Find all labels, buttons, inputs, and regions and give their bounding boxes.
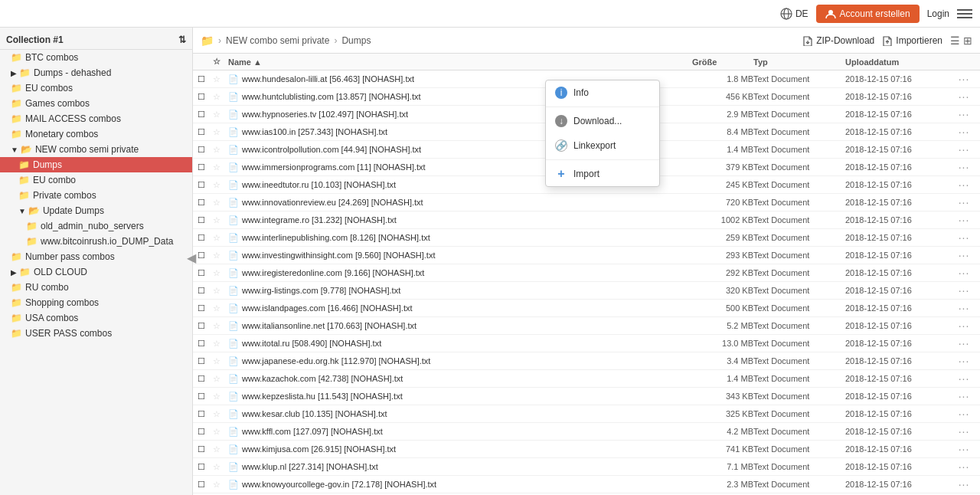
login-button[interactable]: Login	[927, 8, 949, 19]
context-menu-import[interactable]: + Import	[546, 162, 659, 186]
row-checkbox[interactable]: ☐	[198, 427, 213, 437]
row-star[interactable]: ☆	[213, 480, 228, 490]
row-more-button[interactable]: ···	[952, 302, 975, 314]
sidebar-item-usa-combos[interactable]: 📁 USA combos	[0, 310, 192, 326]
row-more-button[interactable]: ···	[952, 108, 975, 120]
row-star[interactable]: ☆	[213, 339, 228, 349]
row-star[interactable]: ☆	[213, 286, 228, 296]
language-selector[interactable]: DE	[780, 8, 808, 20]
row-checkbox[interactable]: ☐	[198, 180, 213, 190]
breadcrumb-part2[interactable]: Dumps	[341, 35, 371, 46]
breadcrumb-part1[interactable]: NEW combo semi private	[226, 35, 329, 46]
table-row[interactable]: ☐ ☆ 📄www.interlinepublishing.com [8.126]…	[193, 229, 980, 247]
row-more-button[interactable]: ···	[952, 443, 975, 455]
row-star[interactable]: ☆	[213, 145, 228, 155]
row-star[interactable]: ☆	[213, 127, 228, 137]
row-checkbox[interactable]: ☐	[198, 74, 213, 84]
row-star[interactable]: ☆	[213, 303, 228, 313]
row-checkbox[interactable]: ☐	[198, 480, 213, 490]
context-menu-download[interactable]: ↓ Download...	[546, 109, 659, 133]
row-checkbox[interactable]: ☐	[198, 198, 213, 208]
col-size-header[interactable]: Größe	[692, 57, 753, 67]
row-checkbox[interactable]: ☐	[198, 215, 213, 225]
table-row[interactable]: ☐ ☆ 📄www.italiansonline.net [170.663] [N…	[193, 317, 980, 335]
sidebar-item-mail-access[interactable]: 📁 MAIL ACCESS combos	[0, 111, 192, 126]
grid-view-btn[interactable]: ⊞	[963, 34, 972, 47]
sidebar-collapse-btn[interactable]: ◀	[187, 251, 193, 265]
row-checkbox[interactable]: ☐	[198, 286, 213, 296]
row-more-button[interactable]: ···	[952, 284, 975, 297]
table-row[interactable]: ☐ ☆ 📄www.integrame.ro [31.232] [NOHASH].…	[193, 211, 980, 229]
row-checkbox[interactable]: ☐	[198, 303, 213, 313]
row-star[interactable]: ☆	[213, 198, 228, 208]
account-create-button[interactable]: Account erstellen	[816, 5, 920, 23]
sidebar-item-number-pass[interactable]: 📁 Number pass combos	[0, 249, 192, 264]
row-more-button[interactable]: ···	[952, 425, 975, 438]
context-menu-info[interactable]: i Info	[546, 80, 659, 105]
table-row[interactable]: ☐ ☆ 📄www.kazachok.com [42.738] [NOHASH].…	[193, 370, 980, 388]
sidebar-item-old-cloud[interactable]: ▶ 📁 OLD CLOUD	[0, 264, 192, 280]
row-checkbox[interactable]: ☐	[198, 92, 213, 102]
row-more-button[interactable]: ···	[952, 161, 975, 173]
row-star[interactable]: ☆	[213, 374, 228, 384]
col-type-header[interactable]: Typ	[753, 57, 845, 67]
row-star[interactable]: ☆	[213, 110, 228, 120]
table-row[interactable]: ☐ ☆ 📄www.kepzeslista.hu [11.543] [NOHASH…	[193, 388, 980, 405]
sidebar-item-ru-combo[interactable]: 📁 RU combo	[0, 280, 192, 295]
row-more-button[interactable]: ···	[952, 267, 975, 279]
col-date-header[interactable]: Uploaddatum	[845, 57, 952, 67]
table-row[interactable]: ☐ ☆ 📄www.irg-listings.com [9.778] [NOHAS…	[193, 282, 980, 300]
table-row[interactable]: ☐ ☆ 📄www.kimjusa.com [26.915] [NOHASH].t…	[193, 441, 980, 458]
row-checkbox[interactable]: ☐	[198, 392, 213, 402]
row-checkbox[interactable]: ☐	[198, 462, 213, 472]
row-star[interactable]: ☆	[213, 444, 228, 454]
row-checkbox[interactable]: ☐	[198, 233, 213, 243]
collection-sort-icon[interactable]: ⇅	[178, 34, 186, 45]
table-row[interactable]: ☐ ☆ 📄www.kffl.com [127.097] [NOHASH].txt…	[193, 423, 980, 441]
import-button[interactable]: Importieren	[882, 35, 942, 46]
row-star[interactable]: ☆	[213, 162, 228, 172]
table-row[interactable]: ☐ ☆ 📄www.investingwithinsight.com [9.560…	[193, 247, 980, 264]
row-checkbox[interactable]: ☐	[198, 409, 213, 419]
row-star[interactable]: ☆	[213, 427, 228, 437]
row-checkbox[interactable]: ☐	[198, 251, 213, 261]
row-more-button[interactable]: ···	[952, 461, 975, 473]
row-star[interactable]: ☆	[213, 268, 228, 278]
row-checkbox[interactable]: ☐	[198, 127, 213, 137]
row-star[interactable]: ☆	[213, 251, 228, 261]
row-star[interactable]: ☆	[213, 180, 228, 190]
row-checkbox[interactable]: ☐	[198, 268, 213, 278]
table-row[interactable]: ☐ ☆ 📄www.japanese-edu.org.hk [112.970] […	[193, 352, 980, 370]
sidebar-item-eu-combo[interactable]: 📁 EU combo	[0, 172, 192, 188]
row-more-button[interactable]: ···	[952, 179, 975, 191]
hamburger-menu-icon[interactable]	[957, 6, 972, 21]
table-row[interactable]: ☐ ☆ 📄www.innovationreview.eu [24.269] [N…	[193, 194, 980, 211]
row-checkbox[interactable]: ☐	[198, 356, 213, 366]
list-view-btn[interactable]: ☰	[950, 34, 960, 47]
row-checkbox[interactable]: ☐	[198, 321, 213, 331]
row-star[interactable]: ☆	[213, 462, 228, 472]
row-checkbox[interactable]: ☐	[198, 162, 213, 172]
sidebar-item-user-pass[interactable]: 📁 USER PASS combos	[0, 326, 192, 341]
table-row[interactable]: ☐ ☆ 📄www.islandpages.com [16.466] [NOHAS…	[193, 300, 980, 317]
table-row[interactable]: ☐ ☆ 📄www.klup.nl [227.314] [NOHASH].txt …	[193, 458, 980, 476]
row-star[interactable]: ☆	[213, 321, 228, 331]
sidebar-item-old-admin[interactable]: 📁 old_admin_nubo_servers	[0, 218, 192, 234]
table-row[interactable]: ☐ ☆ 📄www.itotal.ru [508.490] [NOHASH].tx…	[193, 335, 980, 352]
sidebar-item-bitcoinrush[interactable]: 📁 www.bitcoinrush.io_DUMP_Data	[0, 234, 192, 249]
row-more-button[interactable]: ···	[952, 143, 975, 156]
table-row[interactable]: ☐ ☆ 📄www.knowyourcollege-gov.in [72.178]…	[193, 476, 980, 493]
sidebar-item-dumps[interactable]: 📁 Dumps	[0, 157, 192, 172]
row-checkbox[interactable]: ☐	[198, 145, 213, 155]
context-menu-linkexport[interactable]: 🔗 Linkexport	[546, 133, 659, 158]
sidebar-item-btc-combos[interactable]: 📁 BTC combos	[0, 50, 192, 65]
col-name-header[interactable]: Name ▲	[228, 57, 692, 67]
row-more-button[interactable]: ···	[952, 355, 975, 367]
row-more-button[interactable]: ···	[952, 231, 975, 244]
row-more-button[interactable]: ···	[952, 478, 975, 490]
row-star[interactable]: ☆	[213, 233, 228, 243]
sidebar-item-dumps-dehashed[interactable]: ▶ 📁 Dumps - dehashed	[0, 65, 192, 80]
row-star[interactable]: ☆	[213, 356, 228, 366]
row-star[interactable]: ☆	[213, 392, 228, 402]
row-more-button[interactable]: ···	[952, 408, 975, 420]
